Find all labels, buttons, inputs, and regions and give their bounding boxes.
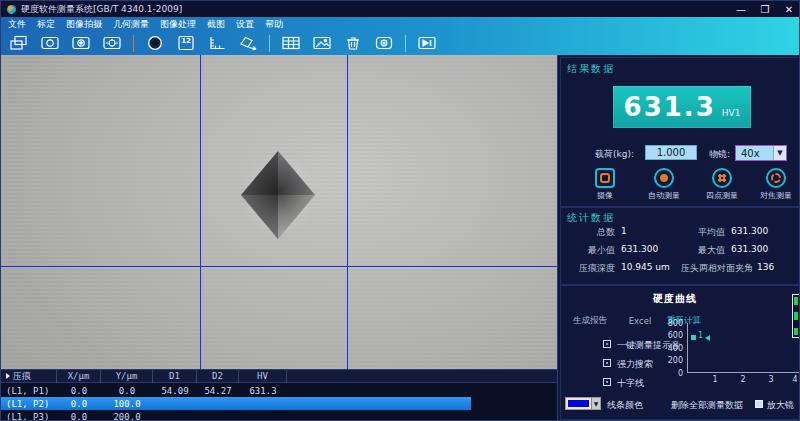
cell-y: 200.0 bbox=[101, 412, 153, 421]
export-play-icon[interactable] bbox=[415, 34, 439, 53]
objective-select[interactable]: 40x ▼ bbox=[735, 145, 787, 161]
right-panel: 结果数据 631.3 HV1 载荷(kg): 1.000 物镜: 40x ▼ 摄… bbox=[557, 55, 800, 421]
max-label: 最大值 bbox=[685, 244, 725, 257]
mini-scrollbar[interactable] bbox=[792, 294, 800, 338]
depth-label: 压痕深度 bbox=[563, 262, 615, 275]
hardness-curve-plot bbox=[687, 323, 799, 373]
toolbar-separator bbox=[405, 35, 406, 52]
indenter-angle-label: 压头两相对面夹角 bbox=[669, 262, 753, 275]
menu-settings[interactable]: 设置 bbox=[236, 18, 254, 31]
calibration-icon[interactable]: 12 bbox=[174, 34, 198, 53]
crosshair-vline-left bbox=[200, 55, 201, 369]
menu-image-capture[interactable]: 图像拍摄 bbox=[66, 18, 102, 31]
focus-measure-icon bbox=[766, 168, 786, 188]
image-view-icon[interactable] bbox=[310, 34, 334, 53]
avg-label: 平均值 bbox=[685, 226, 725, 239]
cell-hv: 631.3 bbox=[239, 386, 287, 396]
generate-report-button[interactable]: 生成报告 bbox=[567, 314, 613, 328]
transform-shape-icon[interactable] bbox=[236, 34, 260, 53]
menu-screenshot[interactable]: 截图 bbox=[207, 18, 225, 31]
chart-point-label: 1 bbox=[698, 331, 703, 340]
chevron-down-icon: ▼ bbox=[773, 146, 786, 160]
table-row[interactable]: (L1, P1) 0.0 0.0 54.09 54.27 631.3 bbox=[1, 384, 287, 397]
grid-table-icon[interactable] bbox=[279, 34, 303, 53]
avg-value: 631.300 bbox=[731, 226, 768, 236]
toolbar-separator bbox=[269, 35, 270, 52]
beep-checkbox[interactable] bbox=[603, 340, 611, 348]
app-window: 硬度软件测量系统[GB/T 4340.1-2009] — ❐ ✕ 文件 标定 图… bbox=[0, 0, 800, 421]
minimize-button[interactable]: — bbox=[729, 4, 753, 15]
camera-capture-icon[interactable] bbox=[69, 34, 93, 53]
table-row[interactable]: (L1, P3) 0.0 200.0 bbox=[1, 410, 287, 421]
cell-y: 0.0 bbox=[101, 386, 153, 396]
cell-point-id: (L1, P1) bbox=[1, 386, 57, 396]
max-value: 631.300 bbox=[731, 244, 768, 254]
record-icon[interactable] bbox=[372, 34, 396, 53]
objective-value: 40x bbox=[736, 148, 773, 159]
window-title: 硬度软件测量系统[GB/T 4340.1-2009] bbox=[21, 3, 182, 16]
capture-button[interactable]: 摄像 bbox=[577, 168, 633, 201]
toolbar: 12 bbox=[1, 31, 800, 55]
x-tick-4: 4 bbox=[789, 375, 800, 384]
chart-data-point bbox=[691, 335, 696, 340]
header-d1-col: D1 bbox=[153, 370, 197, 383]
strong-search-checkbox[interactable] bbox=[603, 359, 611, 367]
lens-icon[interactable] bbox=[143, 34, 167, 53]
cascade-windows-icon[interactable] bbox=[7, 34, 31, 53]
x-tick-3: 3 bbox=[765, 375, 777, 384]
crosshair-checkbox[interactable] bbox=[603, 378, 611, 386]
menu-image-process[interactable]: 图像处理 bbox=[160, 18, 196, 31]
delete-all-data-button[interactable]: 删除全部测量数据 bbox=[671, 399, 743, 412]
x-tick-1: 1 bbox=[709, 375, 721, 384]
auto-measure-icon bbox=[654, 168, 674, 188]
hardness-result-display: 631.3 HV1 bbox=[613, 86, 751, 128]
table-row-selected[interactable]: (L1, P2) 0.0 100.0 bbox=[1, 397, 471, 410]
count-label: 总数 bbox=[579, 226, 615, 239]
hardness-value: 631.3 bbox=[624, 92, 716, 122]
menu-file[interactable]: 文件 bbox=[8, 18, 26, 31]
microscope-viewport[interactable] bbox=[1, 55, 557, 369]
results-header: 结果数据 bbox=[567, 62, 615, 76]
load-input[interactable]: 1.000 bbox=[645, 145, 697, 160]
toolbar-separator bbox=[133, 35, 134, 52]
y-tick-0: 0 bbox=[661, 369, 683, 378]
maximize-button[interactable]: ❐ bbox=[753, 4, 777, 15]
line-color-select[interactable]: ▼ bbox=[565, 397, 601, 410]
header-y-col: Y/μm bbox=[101, 370, 153, 383]
measurement-table: 压痕 X/μm Y/μm D1 D2 HV (L1, P1) 0.0 0.0 5… bbox=[1, 369, 557, 421]
capture-icon bbox=[595, 168, 615, 188]
camera-adjust-icon[interactable] bbox=[100, 34, 124, 53]
statistics-header: 统计数据 bbox=[567, 211, 615, 225]
table-header-row: 压痕 X/μm Y/μm D1 D2 HV bbox=[1, 370, 557, 383]
chevron-down-icon: ▼ bbox=[591, 398, 600, 409]
menu-calibration[interactable]: 标定 bbox=[37, 18, 55, 31]
cell-x: 0.0 bbox=[57, 412, 101, 421]
four-point-measure-button[interactable]: 四点测量 bbox=[694, 168, 750, 201]
close-button[interactable]: ✕ bbox=[777, 4, 800, 15]
header-band: 文件 标定 图像拍摄 几何测量 图像处理 截图 设置 帮助 bbox=[1, 17, 800, 55]
header-x-col: X/μm bbox=[57, 370, 101, 383]
crosshair-vline-right bbox=[347, 55, 348, 369]
min-label: 最小值 bbox=[579, 244, 615, 257]
cell-d2: 54.27 bbox=[197, 386, 239, 396]
count-value: 1 bbox=[621, 226, 627, 236]
depth-value: 10.945 um bbox=[621, 262, 670, 272]
header-indent-col: 压痕 bbox=[1, 370, 57, 383]
magnifier-checkbox[interactable] bbox=[755, 400, 763, 408]
menu-geometry-measure[interactable]: 几何测量 bbox=[113, 18, 149, 31]
menu-help[interactable]: 帮助 bbox=[265, 18, 283, 31]
cell-d1: 54.09 bbox=[153, 386, 197, 396]
min-value: 631.300 bbox=[621, 244, 658, 254]
crosshair-hline bbox=[1, 266, 557, 267]
camera-icon[interactable] bbox=[38, 34, 62, 53]
excel-export-button[interactable]: Excel bbox=[623, 314, 657, 328]
auto-measure-button[interactable]: 自动测量 bbox=[636, 168, 692, 201]
objective-label: 物镜: bbox=[709, 148, 730, 161]
statistics-section: 统计数据 总数 1 平均值 631.300 最小值 631.300 最大值 63… bbox=[560, 207, 800, 285]
focus-measure-button[interactable]: 对焦测量 bbox=[748, 168, 800, 201]
line-color-swatch bbox=[568, 400, 589, 407]
ruler-icon[interactable] bbox=[205, 34, 229, 53]
cursor-icon bbox=[6, 373, 10, 379]
delete-trash-icon[interactable] bbox=[341, 34, 365, 53]
cell-point-id: (L1, P2) bbox=[1, 399, 57, 409]
